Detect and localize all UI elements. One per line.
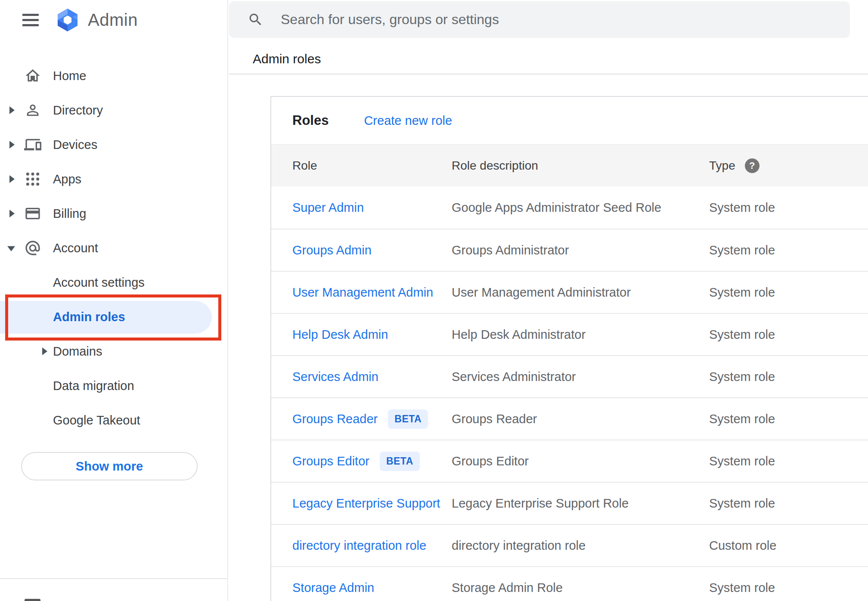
beta-badge: BETA — [380, 452, 420, 471]
table-row: Super Admin Google Apps Administrator Se… — [271, 186, 868, 229]
show-more-button[interactable]: Show more — [21, 452, 198, 480]
sidebar-item-label: Account settings — [53, 276, 145, 290]
chevron-right-icon[interactable] — [9, 106, 15, 114]
devices-icon — [24, 136, 42, 154]
role-type: System role — [709, 285, 868, 300]
role-cell: Legacy Enterprise Support — [292, 496, 452, 511]
chevron-right-icon[interactable] — [9, 210, 15, 217]
sidebar-item-label: Home — [53, 69, 86, 83]
role-type: System role — [709, 370, 868, 384]
role-description: directory integration role — [452, 539, 709, 553]
role-cell: Help Desk Admin — [292, 328, 452, 342]
hamburger-menu-icon[interactable] — [22, 14, 39, 26]
role-link[interactable]: Groups Editor — [292, 454, 369, 468]
role-type: System role — [709, 496, 868, 511]
role-description: Groups Reader — [452, 412, 709, 426]
main-area: Search for users, groups or settings Adm… — [228, 0, 868, 601]
role-description: Legacy Enterprise Support Role — [452, 496, 709, 511]
role-cell: Super Admin — [292, 201, 452, 215]
credit-card-icon — [24, 204, 42, 223]
role-cell: Groups Admin — [292, 243, 452, 257]
roles-panel-header: Roles Create new role — [271, 97, 868, 144]
table-row: Groups Admin Groups Administrator System… — [271, 229, 868, 271]
sidebar-footer-divider — [0, 578, 227, 579]
sidebar: Admin Home Directory Devices — [0, 0, 228, 601]
role-description: Google Apps Administrator Seed Role — [452, 201, 709, 215]
sidebar-item-devices[interactable]: Devices — [0, 127, 227, 162]
sidebar-item-label: Account — [53, 241, 98, 255]
sidebar-item-directory[interactable]: Directory — [0, 93, 227, 127]
sidebar-item-label: Domains — [53, 344, 102, 359]
sidebar-item-home[interactable]: Home — [0, 59, 227, 93]
role-description: Storage Admin Role — [452, 581, 709, 595]
table-row: Groups Reader BETA Groups Reader System … — [271, 397, 868, 440]
role-cell: Services Admin — [292, 370, 452, 384]
role-cell: Groups Reader BETA — [292, 409, 452, 429]
role-link[interactable]: directory integration role — [292, 539, 426, 553]
role-link[interactable]: Help Desk Admin — [292, 328, 388, 342]
sidebar-item-label: Data migration — [53, 379, 134, 393]
search-icon[interactable] — [248, 12, 264, 28]
role-type: System role — [709, 454, 868, 468]
table-header-row: Role Role description Type ? — [271, 144, 868, 186]
role-description: Help Desk Administrator — [452, 328, 709, 342]
search-bar[interactable]: Search for users, groups or settings — [229, 1, 850, 38]
chevron-right-icon[interactable] — [42, 347, 47, 355]
role-link[interactable]: Groups Reader — [292, 412, 378, 426]
role-cell: Groups Editor BETA — [292, 452, 452, 471]
sidebar-item-billing[interactable]: Billing — [0, 196, 227, 231]
role-description: Services Administrator — [452, 370, 709, 384]
sidebar-item-account[interactable]: Account — [0, 231, 227, 265]
beta-badge: BETA — [388, 409, 428, 429]
sidebar-item-label: Devices — [53, 138, 97, 152]
sidebar-item-apps[interactable]: Apps — [0, 162, 227, 196]
table-row: Legacy Enterprise Support Legacy Enterpr… — [271, 482, 868, 524]
role-link[interactable]: Groups Admin — [292, 243, 372, 257]
role-cell: Storage Admin — [292, 581, 452, 595]
column-header-type: Type ? — [709, 158, 868, 173]
role-link[interactable]: Services Admin — [292, 370, 378, 384]
role-cell: User Management Admin — [292, 285, 452, 300]
divider — [229, 74, 868, 74]
chevron-right-icon[interactable] — [9, 141, 15, 149]
app-title: Admin — [88, 10, 138, 30]
apps-grid-icon — [24, 170, 42, 188]
sidebar-item-domains[interactable]: Domains — [0, 334, 227, 369]
sidebar-item-data-migration[interactable]: Data migration — [0, 369, 227, 403]
roles-table-body: Super Admin Google Apps Administrator Se… — [271, 186, 868, 601]
role-description: Groups Editor — [452, 454, 709, 468]
sidebar-item-label: Directory — [53, 103, 103, 118]
chevron-down-icon[interactable] — [7, 246, 15, 251]
role-link[interactable]: User Management Admin — [292, 285, 433, 300]
role-type: System role — [709, 243, 868, 257]
sidebar-item-label: Apps — [53, 172, 81, 186]
role-type: Custom role — [709, 539, 868, 553]
table-row: directory integration role directory int… — [271, 524, 868, 566]
sidebar-item-account-settings[interactable]: Account settings — [0, 265, 227, 300]
role-type: System role — [709, 201, 868, 215]
role-link[interactable]: Super Admin — [292, 201, 364, 215]
sidebar-item-admin-roles[interactable]: Admin roles — [0, 300, 227, 334]
role-link[interactable]: Storage Admin — [292, 581, 374, 595]
help-icon[interactable]: ? — [745, 158, 760, 173]
sidebar-nav: Home Directory Devices — [0, 40, 227, 480]
partial-footer-icon — [25, 599, 40, 601]
role-type: System role — [709, 412, 868, 426]
sidebar-item-label: Billing — [53, 207, 86, 221]
table-row: Groups Editor BETA Groups Editor System … — [271, 440, 868, 482]
create-new-role-link[interactable]: Create new role — [364, 114, 452, 128]
role-type: System role — [709, 581, 868, 595]
table-row: Services Admin Services Administrator Sy… — [271, 355, 868, 397]
column-header-type-label: Type — [709, 159, 735, 173]
table-row: Help Desk Admin Help Desk Administrator … — [271, 313, 868, 355]
search-placeholder: Search for users, groups or settings — [281, 12, 499, 28]
role-link[interactable]: Legacy Enterprise Support — [292, 496, 440, 511]
chevron-right-icon[interactable] — [9, 175, 15, 183]
table-row: User Management Admin User Management Ad… — [271, 271, 868, 313]
sidebar-item-label: Admin roles — [53, 310, 125, 324]
column-header-role: Role — [292, 159, 452, 173]
at-email-icon — [24, 239, 42, 257]
sidebar-header: Admin — [0, 0, 227, 40]
roles-title: Roles — [292, 113, 329, 128]
sidebar-item-google-takeout[interactable]: Google Takeout — [0, 403, 227, 437]
